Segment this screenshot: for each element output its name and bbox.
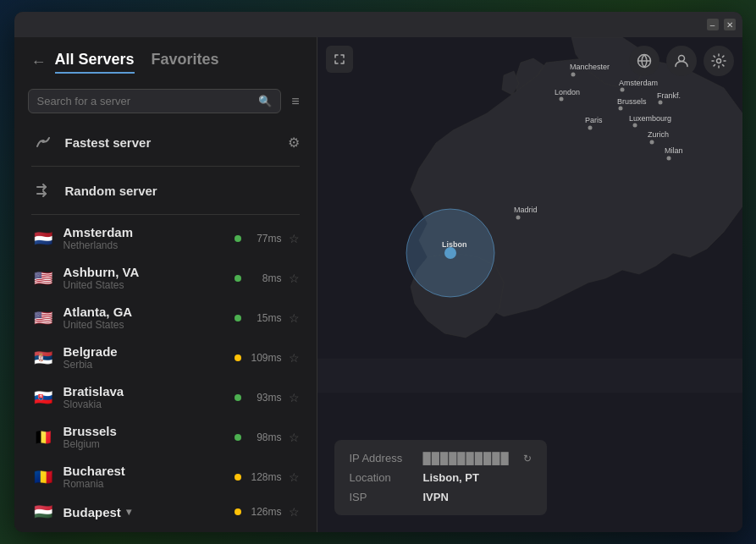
location-value: Lisbon, PT: [423, 471, 479, 484]
svg-point-28: [678, 56, 684, 62]
expand-map-button[interactable]: [326, 46, 353, 73]
server-country: Belgium: [63, 438, 226, 450]
ping-value: 8ms: [248, 272, 282, 284]
isp-value: IVPN: [423, 491, 449, 503]
fastest-server-item[interactable]: Fastest server ⚙: [21, 122, 310, 162]
refresh-ip-button[interactable]: ↻: [523, 453, 532, 464]
server-name: Ashburn, VA: [63, 265, 226, 279]
server-info: Belgrade Serbia: [63, 344, 226, 371]
favorite-button[interactable]: ☆: [289, 272, 300, 285]
list-item[interactable]: 🇧🇪 Brussels Belgium 98ms ☆: [21, 417, 310, 457]
svg-text:Lisbon: Lisbon: [442, 240, 467, 249]
ping-indicator: [235, 315, 241, 321]
flag-hungary: 🇭🇺: [31, 503, 55, 520]
divider-2: [31, 214, 300, 215]
ping-value: 109ms: [248, 352, 282, 364]
fastest-server-icon: [31, 130, 55, 154]
flag-us: 🇺🇸: [31, 270, 55, 287]
svg-point-15: [444, 247, 456, 259]
list-item[interactable]: 🇷🇴 Bucharest Romania 128ms ☆: [21, 457, 310, 497]
isp-row: ISP IVPN: [350, 491, 532, 503]
map-container: Manchester Amsterdam London Brussels Fra…: [317, 37, 742, 532]
server-name: Bucharest: [63, 464, 226, 478]
svg-text:Brussels: Brussels: [617, 97, 647, 106]
app-window: – ✕ ← All Servers Favorites 🔍 ≡: [14, 12, 742, 532]
left-panel: ← All Servers Favorites 🔍 ≡: [14, 37, 317, 532]
svg-point-11: [649, 140, 654, 145]
flag-serbia: 🇷🇸: [31, 349, 55, 366]
ping-indicator: [235, 354, 241, 361]
ping-indicator: [235, 434, 241, 441]
list-item[interactable]: 🇺🇸 Ashburn, VA United States 8ms ☆: [21, 258, 310, 298]
favorite-button[interactable]: ☆: [289, 351, 300, 365]
favorite-button[interactable]: ☆: [289, 232, 300, 245]
close-button[interactable]: ✕: [724, 19, 736, 30]
ping-value: 126ms: [248, 506, 282, 518]
back-nav: ← All Servers Favorites: [14, 37, 317, 80]
server-country: United States: [63, 279, 226, 291]
server-meta: 126ms ☆: [235, 505, 300, 519]
globe-button[interactable]: [629, 46, 659, 76]
server-name: Atlanta, GA: [63, 305, 226, 319]
list-item[interactable]: 🇭🇺 Budapest ▾ 126ms ☆: [21, 497, 310, 527]
favorite-button[interactable]: ☆: [289, 431, 300, 444]
search-icon: 🔍: [258, 95, 272, 107]
map-panel: Manchester Amsterdam London Brussels Fra…: [317, 37, 742, 532]
flag-slovakia: 🇸🇰: [31, 389, 55, 406]
server-info: Bucharest Romania: [63, 464, 226, 490]
server-meta: 109ms ☆: [235, 351, 300, 365]
favorite-button[interactable]: ☆: [289, 505, 300, 519]
svg-point-12: [666, 157, 670, 161]
chevron-down-icon: ▾: [126, 506, 131, 518]
search-input[interactable]: [37, 95, 254, 107]
svg-point-8: [658, 101, 662, 105]
location-row: Location Lisbon, PT: [350, 471, 532, 484]
server-name: Amsterdam: [63, 225, 226, 239]
fastest-server-settings-icon[interactable]: ⚙: [288, 135, 300, 151]
tab-favorites[interactable]: Favorites: [152, 51, 219, 74]
server-meta: 8ms ☆: [235, 272, 300, 285]
list-item[interactable]: 🇸🇰 Bratislava Slovakia 93ms ☆: [21, 377, 310, 417]
ping-indicator: [235, 235, 241, 242]
svg-text:Zurich: Zurich: [648, 130, 669, 139]
server-list: Fastest server ⚙ Random server: [14, 122, 317, 532]
back-button[interactable]: ←: [31, 53, 47, 71]
favorite-button[interactable]: ☆: [289, 391, 300, 404]
favorite-button[interactable]: ☆: [289, 470, 300, 484]
server-info: Brussels Belgium: [63, 424, 226, 450]
ping-value: 93ms: [248, 392, 282, 404]
isp-label: ISP: [350, 491, 413, 503]
svg-text:Frankf.: Frankf.: [657, 91, 681, 100]
svg-point-4: [571, 73, 575, 77]
list-item[interactable]: 🇺🇸 Atlanta, GA United States 15ms ☆: [21, 298, 310, 338]
server-name: Brussels: [63, 424, 226, 438]
account-button[interactable]: [666, 46, 697, 76]
svg-point-10: [632, 124, 637, 128]
server-info: Budapest ▾: [63, 505, 226, 519]
svg-text:Milan: Milan: [665, 146, 683, 155]
tabs: All Servers Favorites: [55, 51, 219, 74]
server-country: Serbia: [63, 359, 226, 371]
server-country: Slovakia: [63, 398, 226, 410]
minimize-button[interactable]: –: [707, 19, 719, 30]
flag-romania: 🇷🇴: [31, 469, 55, 486]
ping-indicator: [235, 394, 241, 401]
server-meta: 93ms ☆: [235, 391, 300, 404]
list-item[interactable]: 🇳🇱 Amsterdam Netherlands 77ms ☆: [21, 218, 310, 258]
favorite-button[interactable]: ☆: [289, 311, 300, 325]
server-meta: 77ms ☆: [235, 232, 300, 245]
server-info: Ashburn, VA United States: [63, 265, 226, 291]
server-meta: 98ms ☆: [235, 431, 300, 444]
flag-netherlands: 🇳🇱: [31, 230, 55, 247]
filter-button[interactable]: ≡: [288, 91, 302, 113]
random-server-icon: [31, 179, 55, 202]
title-bar: – ✕: [14, 12, 742, 37]
settings-button[interactable]: [704, 46, 734, 76]
random-server-item[interactable]: Random server: [21, 170, 310, 211]
tab-all-servers[interactable]: All Servers: [55, 51, 135, 74]
list-item[interactable]: 🇷🇸 Belgrade Serbia 109ms ☆: [21, 338, 310, 377]
ping-value: 98ms: [248, 431, 282, 443]
search-bar: 🔍 ≡: [28, 89, 303, 113]
map-header-buttons: [629, 46, 734, 76]
svg-text:Paris: Paris: [585, 116, 603, 124]
